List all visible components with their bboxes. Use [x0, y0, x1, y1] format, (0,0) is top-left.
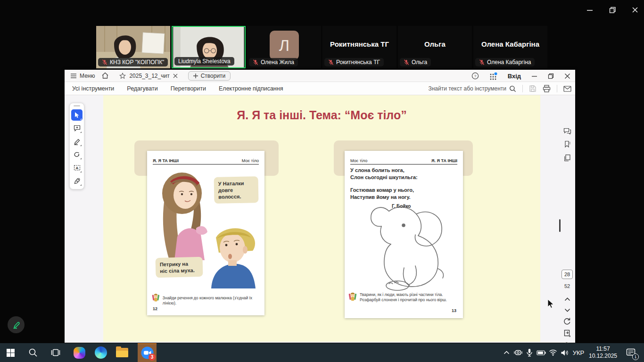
- window-restore-icon[interactable]: [548, 73, 554, 79]
- notification-center-button[interactable]: 1: [621, 343, 640, 362]
- quick-tools-palette: A: [69, 103, 84, 189]
- search-icon: [28, 348, 38, 357]
- previous-page-button[interactable]: [563, 295, 571, 304]
- star-icon[interactable]: [119, 73, 126, 79]
- palette-drag-handle[interactable]: [74, 105, 80, 107]
- task-text: Тварини, як і люди, мають різні частини …: [360, 291, 447, 303]
- restore-icon[interactable]: [607, 5, 618, 15]
- participant-name-tag: Рокитнянська ТГ: [324, 58, 384, 66]
- participant-tile-rokytnianska[interactable]: Рокитнянська ТГ Рокитнянська ТГ: [322, 26, 396, 68]
- copilot-icon: [74, 347, 85, 359]
- highlight-tool-button[interactable]: [71, 136, 83, 147]
- search-button[interactable]: Знайти текст або інструменти: [428, 85, 516, 92]
- participant-tile-olena-zhyla[interactable]: Л Олена Жила: [247, 26, 321, 68]
- window-close-icon[interactable]: [564, 73, 570, 79]
- task-view-button[interactable]: [46, 343, 65, 362]
- camera-icon: [514, 349, 522, 356]
- minimize-icon[interactable]: [585, 5, 595, 15]
- acrobat-toolbar: Усі інструменти Редагувати Перетворити Е…: [65, 82, 575, 95]
- edit-menu[interactable]: Редагувати: [127, 85, 157, 92]
- edge-button[interactable]: [91, 343, 110, 362]
- add-comment-tool-button[interactable]: [71, 123, 83, 134]
- current-page-input[interactable]: 28: [561, 270, 573, 279]
- participant-name: Олена Жила: [261, 59, 294, 66]
- rotate-page-button[interactable]: [563, 317, 571, 325]
- pencil-icon: [12, 321, 20, 329]
- save-icon[interactable]: [529, 85, 537, 92]
- document-tab[interactable]: 2025_3_12_чит: [116, 70, 181, 82]
- participant-display-name: Ольга: [398, 26, 472, 62]
- create-tab-button[interactable]: Створити: [188, 71, 231, 81]
- right-rail: 28 52: [558, 95, 575, 343]
- signin-button[interactable]: Вхід: [508, 73, 521, 80]
- print-icon[interactable]: [543, 85, 551, 92]
- participant-name: Рокитнянська ТГ: [336, 59, 380, 66]
- start-button[interactable]: [1, 343, 20, 362]
- fountain-pen-icon: [74, 178, 81, 184]
- help-icon[interactable]: ?: [471, 72, 479, 80]
- clock[interactable]: 11:57 10.12.2025: [586, 343, 619, 362]
- participant-display-name: Олена Кабаргіна: [473, 26, 547, 62]
- acrobat-window: Меню 2025_3_12_чит Створити ? Вхід: [65, 70, 575, 343]
- participant-name-tag: Олена Кабаргіна: [475, 58, 535, 66]
- page-number: 12: [153, 306, 157, 311]
- windows-taskbar: 3 УКР 11:57 10.12.2025 1: [0, 343, 644, 362]
- poem-stanza-1: У слона болить нога, Слон сьогодні шкути…: [350, 167, 418, 181]
- book-page-12: Я. Я ТА ІНШІ Моє тіло У: [147, 151, 264, 315]
- annotate-button[interactable]: [8, 316, 25, 333]
- zoom-window-controls: [585, 5, 640, 15]
- bookmarks-panel-button[interactable]: [563, 140, 571, 148]
- convert-menu[interactable]: Перетворити: [171, 85, 206, 92]
- notification-count-badge: 1: [632, 354, 639, 360]
- task-row: Знайди речення до кожного малюнка (з’єдн…: [152, 292, 260, 306]
- copilot-button[interactable]: [70, 343, 89, 362]
- page-fit-button[interactable]: [563, 329, 571, 337]
- hamburger-icon: [70, 73, 77, 79]
- zoom-app-button[interactable]: 3: [138, 343, 157, 362]
- battery-icon: [537, 350, 546, 355]
- participant-name: Олена Кабаргіна: [487, 59, 531, 66]
- esign-menu[interactable]: Електронне підписання: [219, 85, 283, 92]
- participant-name: Ольга: [412, 59, 427, 66]
- next-page-button[interactable]: [563, 306, 571, 314]
- elephant-illustration: [358, 198, 459, 292]
- all-tools-menu[interactable]: Усі інструменти: [72, 85, 114, 92]
- language-indicator[interactable]: УКР: [570, 343, 587, 362]
- participant-name-tag: Олена Жила: [249, 58, 298, 66]
- participant-tile-knz[interactable]: КНЗ КОР "КОІПОПК": [96, 26, 170, 68]
- search-icon: [509, 85, 516, 92]
- participant-tile-olga[interactable]: Ольга Ольга: [398, 26, 472, 68]
- menu-button[interactable]: Меню: [70, 73, 95, 79]
- page-thumbnails-button[interactable]: [563, 154, 571, 162]
- create-label: Створити: [201, 73, 226, 79]
- file-explorer-button[interactable]: [113, 343, 132, 362]
- search-label: Знайти текст або інструменти: [428, 85, 506, 92]
- participant-display-name: Рокитнянська ТГ: [322, 26, 396, 62]
- participant-tile-olena-kabargina[interactable]: Олена Кабаргіна Олена Кабаргіна: [473, 26, 547, 68]
- fill-sign-tool-button[interactable]: [71, 175, 83, 187]
- draw-tool-button[interactable]: [71, 149, 83, 160]
- slide-title: Я. Я та інші. Тема: “Моє тіло”: [103, 108, 540, 122]
- avatar: Л: [270, 31, 299, 60]
- time-label: 11:57: [596, 346, 610, 353]
- comments-panel-button[interactable]: [563, 127, 571, 135]
- header-section: Я. Я ТА ІНШІ: [431, 158, 457, 163]
- menu-label: Меню: [80, 73, 95, 79]
- zoom-notification-badge: 3: [149, 354, 156, 361]
- window-minimize-icon[interactable]: [531, 73, 537, 79]
- participant-tile-liudmyla[interactable]: Liudmyla Shelestova: [172, 26, 246, 68]
- home-icon[interactable]: [101, 72, 109, 79]
- tab-close-icon[interactable]: [173, 74, 178, 78]
- header-section: Я. Я ТА ІНШІ: [153, 158, 179, 163]
- participant-name: КНЗ КОР "КОІПОПК": [110, 59, 164, 66]
- search-taskbar-button[interactable]: [24, 343, 42, 362]
- apps-grid-icon[interactable]: [489, 72, 497, 80]
- close-icon[interactable]: [630, 5, 640, 15]
- email-icon[interactable]: [563, 86, 571, 92]
- select-tool-button[interactable]: [71, 109, 83, 121]
- svg-text:A: A: [75, 166, 78, 170]
- marker-icon: [74, 138, 81, 145]
- tab-title: 2025_3_12_чит: [129, 73, 169, 79]
- text-box-tool-button[interactable]: A: [71, 162, 83, 173]
- participant-name-tag: Ольга: [400, 58, 431, 66]
